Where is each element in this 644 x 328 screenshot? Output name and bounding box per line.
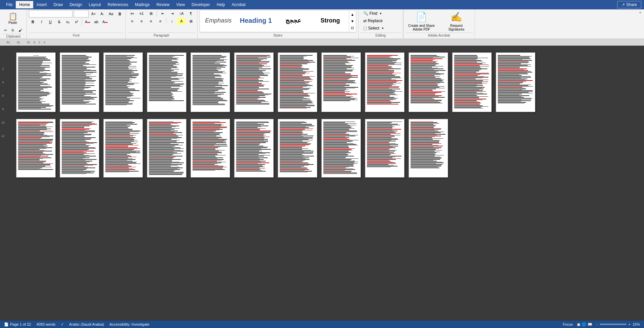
doc-page-16[interactable]: [147, 119, 186, 178]
gallery-up-button[interactable]: ▲: [350, 11, 355, 18]
align-right-button[interactable]: ≡: [147, 18, 155, 25]
zoom-in-button[interactable]: +: [629, 322, 631, 326]
doc-page-18[interactable]: [234, 119, 274, 178]
doc-page-5[interactable]: [191, 52, 230, 112]
text-color-button[interactable]: A▬: [84, 18, 92, 25]
menu-review[interactable]: Review: [153, 1, 173, 8]
highlight-button[interactable]: ab: [92, 18, 100, 25]
menu-acrobat[interactable]: Acrobat: [228, 1, 249, 8]
styles-group: Emphasis Heading 1 عججج Strong ▲ ▼ ⊡ Sty…: [198, 9, 359, 39]
cut-button[interactable]: ✂: [2, 27, 9, 34]
bold-button[interactable]: B: [29, 18, 37, 25]
borders-button[interactable]: ⊞: [186, 18, 195, 25]
zoom-slider[interactable]: [600, 324, 627, 325]
font-size-input[interactable]: 20: [74, 10, 89, 17]
menu-insert[interactable]: Insert: [33, 1, 50, 8]
doc-page-21[interactable]: [365, 119, 405, 178]
gallery-down-button[interactable]: ▼: [350, 18, 355, 25]
doc-page-8[interactable]: [321, 52, 361, 112]
create-pdf-button[interactable]: 📄 Create and Share Adobe PDF: [406, 10, 438, 33]
decrease-indent-button[interactable]: ⇤: [158, 10, 167, 17]
ribbon-collapse-button[interactable]: ⌃: [637, 10, 643, 17]
menu-file[interactable]: File: [3, 1, 16, 8]
sort-button[interactable]: ↕A: [177, 10, 186, 17]
doc-page-13[interactable]: [16, 119, 56, 178]
style-heading[interactable]: Heading 1: [237, 10, 275, 31]
bullets-button[interactable]: ≡•: [128, 10, 137, 17]
copy-button[interactable]: ⎘: [9, 27, 16, 34]
doc-page-19[interactable]: [278, 119, 317, 178]
doc-page-4[interactable]: [147, 52, 186, 112]
reading-view-button[interactable]: 📖: [588, 322, 592, 327]
doc-page-1[interactable]: عنوان نصي: [16, 52, 56, 112]
doc-page-22[interactable]: [409, 119, 448, 178]
menu-mailings[interactable]: Mailings: [131, 1, 153, 8]
gallery-expand-button[interactable]: ⊡: [350, 25, 355, 31]
paste-icon: 📋: [8, 12, 17, 21]
doc-page-9[interactable]: [365, 52, 405, 112]
menu-home[interactable]: Home: [16, 1, 33, 8]
web-view-button[interactable]: 🌐: [582, 322, 586, 327]
increase-indent-button[interactable]: ⇥: [168, 10, 176, 17]
word-count[interactable]: 4093 words: [36, 322, 55, 326]
style-arabic[interactable]: عججج: [275, 10, 312, 31]
align-left-button[interactable]: ≡: [128, 18, 137, 25]
doc-page-12[interactable]: [496, 52, 535, 112]
page-info[interactable]: 📄 Page 1 of 22: [4, 322, 31, 327]
decrease-font-button[interactable]: A-: [99, 10, 106, 17]
doc-page-7[interactable]: [278, 52, 317, 112]
menu-references[interactable]: References: [104, 1, 131, 8]
superscript-button[interactable]: x²: [72, 18, 80, 25]
replace-button[interactable]: ⇄ Replace: [361, 17, 401, 24]
accessibility[interactable]: Accessibility: Investigate: [109, 322, 149, 326]
doc-page-11[interactable]: [452, 52, 492, 112]
doc-page-14[interactable]: [60, 119, 99, 178]
doc-page-6[interactable]: [234, 52, 274, 112]
clear-format-button[interactable]: 🗑: [116, 10, 123, 17]
doc-page-15[interactable]: [103, 119, 143, 178]
shading-button[interactable]: A: [177, 18, 186, 25]
styles-gallery: Emphasis Heading 1 عججج Strong ▲ ▼ ⊡: [200, 10, 356, 32]
paste-button[interactable]: 📋 Paste: [5, 10, 20, 26]
find-button[interactable]: 🔍 Find ▼: [361, 10, 401, 17]
zoom-level[interactable]: 15%: [633, 322, 640, 326]
zoom-out-button[interactable]: -: [596, 322, 598, 326]
doc-page-10[interactable]: [409, 52, 448, 112]
request-signatures-button[interactable]: ✍ Request Signatures: [440, 10, 473, 33]
replace-icon: ⇄: [363, 18, 367, 23]
select-button[interactable]: ⬚ Select ▼: [361, 25, 401, 32]
doc-page-17[interactable]: [191, 119, 230, 178]
share-button[interactable]: ↗ Share: [617, 1, 641, 8]
print-view-button[interactable]: ▣: [577, 322, 580, 327]
doc-page-3[interactable]: [103, 52, 143, 112]
spell-check[interactable]: ✓: [61, 322, 64, 327]
menu-view[interactable]: View: [173, 1, 189, 8]
subscript-button[interactable]: x₂: [64, 18, 72, 25]
doc-page-20[interactable]: [321, 119, 361, 178]
menu-draw[interactable]: Draw: [50, 1, 66, 8]
font-color-button[interactable]: A▬: [101, 18, 109, 25]
multilevel-list-button[interactable]: ⊞: [147, 10, 155, 17]
menu-developer[interactable]: Developer: [188, 1, 213, 8]
menu-design[interactable]: Design: [66, 1, 85, 8]
font-name-input[interactable]: B Yagut: [29, 10, 72, 17]
increase-font-button[interactable]: A+: [90, 10, 97, 17]
doc-page-2[interactable]: [60, 52, 99, 112]
show-para-button[interactable]: ¶: [186, 10, 195, 17]
style-emphasis[interactable]: Emphasis: [200, 10, 237, 31]
numbering-button[interactable]: ≡1: [137, 10, 146, 17]
italic-button[interactable]: I: [38, 18, 46, 25]
menu-help[interactable]: Help: [213, 1, 228, 8]
justify-button[interactable]: ≡: [156, 18, 165, 25]
align-center-button[interactable]: ≡: [137, 18, 146, 25]
menu-layout[interactable]: Layout: [86, 1, 104, 8]
style-strong[interactable]: Strong: [312, 10, 349, 31]
line-spacing-button[interactable]: ↕: [168, 18, 176, 25]
page-canvas[interactable]: عنوان نصي: [6, 46, 644, 314]
underline-button[interactable]: U: [46, 18, 54, 25]
format-painter-button[interactable]: 🖌: [17, 27, 23, 34]
language[interactable]: Arabic (Saudi Arabia): [69, 322, 104, 326]
change-case-button[interactable]: Aa: [107, 10, 115, 17]
strikethrough-button[interactable]: S̶: [55, 18, 63, 25]
focus-button[interactable]: Focus: [563, 322, 573, 326]
